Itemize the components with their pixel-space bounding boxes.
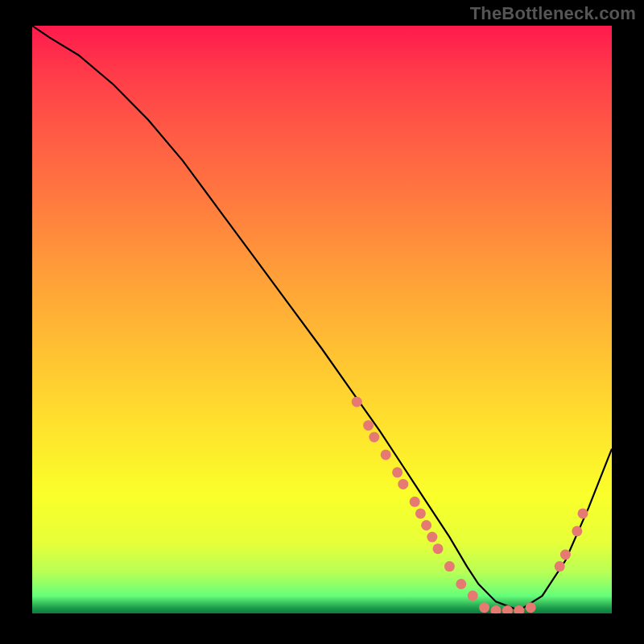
curve-marker — [415, 508, 426, 518]
curve-marker — [352, 397, 362, 407]
curve-marker — [410, 497, 420, 507]
curve-marker — [456, 579, 466, 589]
curve-svg — [32, 26, 612, 613]
bottleneck-curve — [32, 26, 612, 610]
curve-line-group — [32, 26, 612, 610]
curve-marker — [444, 561, 455, 572]
curve-marker — [392, 467, 402, 477]
curve-marker — [479, 602, 489, 613]
curve-marker — [381, 449, 391, 460]
curve-marker — [560, 550, 571, 560]
curve-marker — [502, 605, 513, 613]
curve-marker — [427, 532, 437, 543]
curve-marker — [369, 432, 379, 443]
curve-marker — [398, 479, 408, 489]
curve-marker — [514, 605, 524, 613]
attribution-text: TheBottleneck.com — [470, 3, 636, 24]
curve-marker — [555, 561, 565, 572]
curve-marker — [421, 520, 431, 530]
chart-frame: TheBottleneck.com — [0, 0, 644, 644]
curve-marker — [433, 543, 444, 554]
curve-marker — [491, 605, 502, 613]
curve-marker — [468, 591, 478, 601]
curve-marker — [363, 420, 374, 431]
curve-marker — [572, 526, 582, 536]
curve-marker — [578, 508, 588, 518]
curve-marker — [526, 602, 536, 613]
plot-area — [32, 26, 612, 613]
